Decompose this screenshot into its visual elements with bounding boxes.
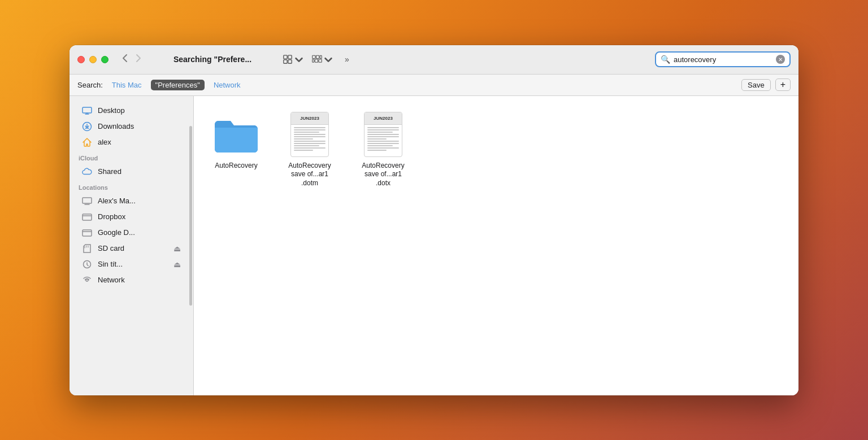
sidebar: Desktop Downloads — [70, 96, 194, 395]
search-input[interactable] — [674, 55, 772, 64]
sidebar-item-label: Network — [98, 276, 125, 284]
file-item-autorecovery-dotm[interactable]: JUN2023 — [279, 107, 341, 193]
svg-point-19 — [86, 279, 88, 281]
main-content: Desktop Downloads — [70, 96, 798, 395]
dropbox-icon — [82, 212, 92, 222]
eject-icon-sintitulo[interactable]: ⏏ — [173, 260, 181, 269]
doc-line — [367, 127, 399, 128]
doc-line — [367, 132, 393, 133]
finder-window: Searching "Prefere... — [70, 45, 798, 395]
sidebar-item-label: Shared — [98, 167, 121, 176]
doc-line — [367, 136, 399, 137]
doc-line — [294, 129, 326, 130]
doc-line — [367, 141, 399, 142]
doc-dotm-icon: JUN2023 — [287, 112, 332, 157]
shared-icon — [82, 167, 92, 177]
sidebar-item-label: alex — [98, 138, 111, 146]
file-area: AutoRecovery JUN2023 — [194, 96, 798, 395]
doc-header: JUN2023 — [291, 112, 328, 125]
svg-rect-6 — [320, 55, 322, 58]
sidebar-item-label: Alex's Ma... — [98, 197, 136, 205]
doc-line — [294, 147, 326, 149]
search-box: 🔍 ✕ — [655, 51, 791, 67]
search-scope-bar: Search: This Mac "Preferences" Network S… — [70, 75, 798, 96]
doc-header: JUN2023 — [364, 112, 402, 125]
sidebar-item-sintitulo[interactable]: Sin tít... ⏏ — [73, 256, 190, 272]
svg-rect-2 — [284, 60, 287, 63]
sidebar-item-label: Desktop — [98, 106, 125, 115]
eject-icon-sdcard[interactable]: ⏏ — [173, 244, 181, 253]
sidebar-section-locations: Locations — [70, 180, 193, 193]
save-button[interactable]: Save — [741, 79, 771, 91]
file-item-autorecovery-dotx[interactable]: JUN2023 — [352, 107, 414, 193]
sidebar-scrollbar[interactable] — [189, 126, 192, 306]
sidebar-item-label: Google D... — [98, 228, 135, 237]
doc-line — [367, 129, 399, 130]
doc-line — [294, 132, 319, 133]
downloads-icon — [82, 121, 92, 132]
sidebar-item-label: Dropbox — [98, 212, 125, 221]
googledrive-icon — [82, 228, 92, 238]
sidebar-item-sdcard[interactable]: SD card ⏏ — [73, 241, 190, 256]
maximize-button[interactable] — [101, 56, 108, 63]
scope-preferences[interactable]: "Preferences" — [151, 80, 205, 90]
sidebar-item-alexsmac[interactable]: Alex's Ma... — [73, 193, 190, 209]
svg-rect-8 — [315, 59, 318, 62]
svg-rect-3 — [288, 60, 292, 63]
sidebar-section-icloud: iCloud — [70, 150, 193, 164]
computer-icon — [82, 196, 92, 206]
sintitulo-icon — [82, 259, 92, 269]
doc-line — [367, 147, 399, 149]
svg-rect-0 — [284, 55, 287, 59]
svg-rect-14 — [83, 230, 92, 236]
icon-view-button[interactable] — [280, 52, 306, 67]
file-label: AutoRecoverysave of...ar1 .dotm — [283, 162, 336, 188]
svg-rect-10 — [83, 107, 92, 113]
traffic-lights — [77, 56, 108, 63]
add-button[interactable]: + — [775, 79, 791, 91]
svg-rect-13 — [83, 214, 92, 220]
window-title: Searching "Prefere... — [150, 55, 275, 64]
sidebar-item-googledrive[interactable]: Google D... — [73, 225, 190, 241]
doc-line — [367, 134, 399, 135]
scope-network[interactable]: Network — [209, 80, 245, 90]
more-button[interactable]: » — [341, 53, 353, 66]
doc-line — [367, 138, 387, 140]
back-button[interactable] — [119, 51, 131, 67]
doc-line — [294, 150, 313, 151]
sidebar-item-downloads[interactable]: Downloads — [73, 119, 190, 134]
doc-line — [294, 143, 326, 144]
doc-line — [294, 141, 326, 142]
doc-line — [367, 150, 387, 151]
doc-line — [367, 145, 393, 146]
minimize-button[interactable] — [89, 56, 97, 63]
doc-line — [294, 127, 326, 128]
file-label: AutoRecoverysave of...ar1 .dotx — [357, 162, 410, 188]
doc-line — [294, 136, 326, 137]
scope-this-mac[interactable]: This Mac — [107, 80, 146, 90]
file-item-autorecovery-folder[interactable]: AutoRecovery — [205, 107, 267, 193]
home-icon — [82, 137, 92, 147]
toolbar: Searching "Prefere... — [70, 45, 798, 75]
svg-rect-4 — [313, 55, 315, 58]
sidebar-item-desktop[interactable]: Desktop — [73, 103, 190, 119]
view-controls — [280, 52, 336, 67]
search-clear-button[interactable]: ✕ — [776, 55, 785, 64]
doc-line — [367, 143, 399, 144]
svg-rect-12 — [83, 198, 92, 203]
sidebar-item-network[interactable]: Network — [73, 272, 190, 288]
svg-rect-1 — [288, 55, 292, 59]
doc-dotx-icon: JUN2023 — [361, 112, 406, 157]
sidebar-item-label: Downloads — [98, 122, 134, 130]
sdcard-icon — [82, 243, 92, 254]
sidebar-item-shared[interactable]: Shared — [73, 164, 190, 180]
doc-line — [294, 134, 326, 135]
desktop-icon — [82, 106, 92, 116]
forward-button[interactable] — [132, 51, 145, 67]
sidebar-item-dropbox[interactable]: Dropbox — [73, 209, 190, 225]
sidebar-item-alex[interactable]: alex — [73, 134, 190, 150]
gallery-view-button[interactable] — [310, 52, 336, 67]
doc-line — [294, 145, 319, 146]
close-button[interactable] — [77, 56, 85, 63]
svg-rect-7 — [313, 59, 314, 62]
